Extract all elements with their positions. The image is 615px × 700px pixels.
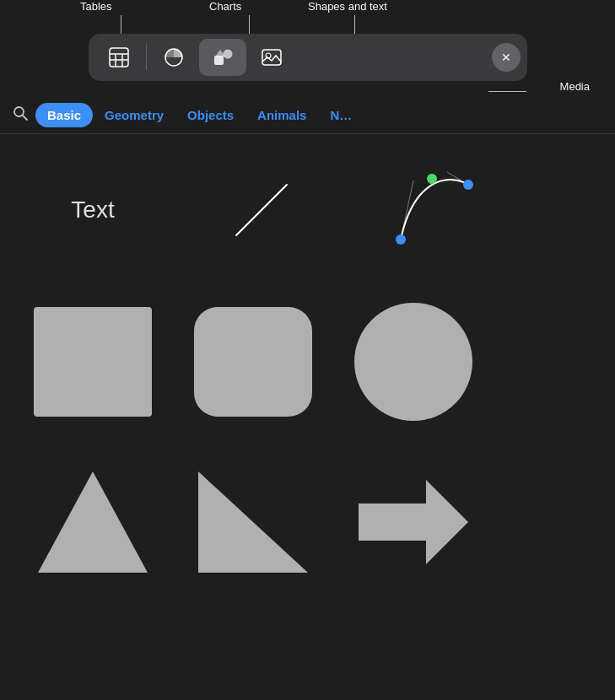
svg-marker-19 bbox=[38, 471, 148, 573]
svg-point-7 bbox=[223, 50, 232, 59]
connector-media bbox=[488, 91, 526, 92]
shape-text[interactable]: Text bbox=[34, 159, 152, 261]
text-shape-label: Text bbox=[71, 197, 114, 223]
svg-marker-20 bbox=[198, 471, 308, 573]
tab-basic[interactable]: Basic bbox=[35, 103, 93, 127]
shapes-row-2 bbox=[34, 303, 581, 421]
toolbar-shapes-button[interactable] bbox=[199, 39, 246, 76]
search-icon bbox=[12, 105, 29, 126]
triangle-svg bbox=[34, 467, 152, 577]
shape-circle[interactable] bbox=[354, 303, 472, 421]
svg-marker-21 bbox=[359, 480, 468, 564]
toolbar-divider-1 bbox=[146, 45, 147, 70]
shape-arrow[interactable] bbox=[354, 463, 472, 581]
label-media: Media bbox=[560, 80, 590, 93]
category-bar: Basic Geometry Objects Animals N… bbox=[0, 97, 615, 134]
arrow-svg bbox=[354, 471, 472, 573]
toolbar-media-button[interactable] bbox=[248, 39, 295, 76]
svg-line-12 bbox=[23, 116, 28, 121]
svg-point-16 bbox=[396, 234, 406, 245]
toolbar: ✕ bbox=[89, 34, 527, 81]
toolbar-tables-button[interactable] bbox=[95, 39, 143, 76]
shape-triangle[interactable] bbox=[34, 463, 152, 581]
tab-geometry[interactable]: Geometry bbox=[93, 103, 175, 127]
tab-animals[interactable]: Animals bbox=[245, 103, 318, 127]
shape-rounded-rectangle[interactable] bbox=[194, 307, 312, 417]
svg-rect-0 bbox=[110, 48, 128, 67]
toolbar-charts-button[interactable] bbox=[150, 39, 197, 76]
svg-point-17 bbox=[463, 180, 473, 190]
bezier-svg bbox=[380, 164, 481, 256]
svg-line-13 bbox=[236, 185, 287, 235]
label-tables: Tables bbox=[80, 0, 112, 13]
tab-objects[interactable]: Objects bbox=[175, 103, 245, 127]
label-shapes-and-text: Shapes and text bbox=[308, 0, 387, 13]
toolbar-close-button[interactable]: ✕ bbox=[492, 43, 521, 72]
label-charts: Charts bbox=[209, 0, 241, 13]
svg-line-14 bbox=[401, 180, 413, 240]
svg-point-18 bbox=[427, 174, 437, 184]
shapes-row-1: Text bbox=[34, 159, 581, 261]
shape-rectangle[interactable] bbox=[34, 307, 152, 417]
shapes-row-3 bbox=[34, 463, 581, 581]
right-triangle-svg bbox=[194, 467, 312, 577]
svg-rect-6 bbox=[214, 56, 224, 65]
shape-line[interactable] bbox=[202, 159, 321, 261]
shape-bezier[interactable] bbox=[371, 159, 489, 261]
shape-right-triangle[interactable] bbox=[194, 463, 312, 581]
tab-more[interactable]: N… bbox=[318, 103, 364, 127]
close-icon: ✕ bbox=[501, 51, 511, 64]
shapes-area: Text bbox=[0, 134, 615, 700]
search-button[interactable] bbox=[12, 105, 29, 126]
line-svg bbox=[224, 172, 299, 248]
